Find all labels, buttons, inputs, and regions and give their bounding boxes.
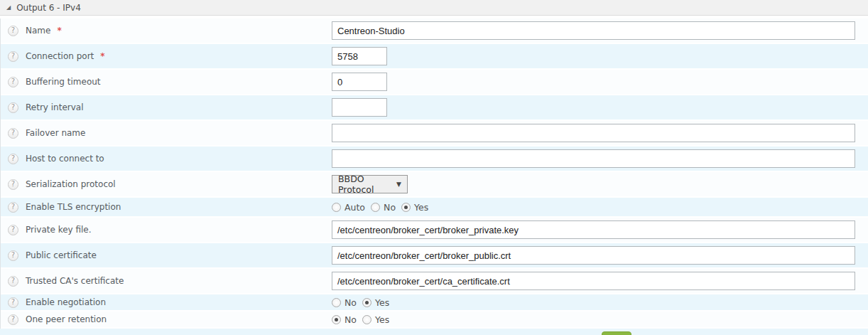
label-col: ? Failover name [1, 128, 332, 139]
radio-option-yes[interactable]: Yes [401, 202, 428, 213]
tls-radio-group: Auto No Yes [332, 202, 434, 213]
field-label: Name [26, 26, 50, 36]
help-icon[interactable]: ? [8, 276, 18, 287]
field-label: Failover name [26, 128, 85, 138]
label-col: ? Enable TLS encryption [1, 202, 332, 213]
field-label: Public certificate [26, 250, 97, 260]
negotiation-radio-group: No Yes [332, 297, 395, 308]
row-name: ? Name * [1, 18, 868, 44]
help-icon[interactable]: ? [8, 250, 18, 261]
radio-option-yes[interactable]: Yes [362, 297, 389, 308]
label-col: ? Serialization protocol [1, 179, 332, 190]
label-col: ? Enable negotiation [1, 297, 332, 308]
radio-label: No [345, 297, 357, 308]
help-icon[interactable]: ? [8, 128, 18, 139]
required-asterisk: * [100, 51, 104, 61]
help-icon[interactable]: ? [8, 154, 18, 164]
field-label: Private key file. [26, 225, 92, 235]
row-retry-interval: ? Retry interval [1, 95, 868, 121]
radio-label: Yes [375, 297, 389, 308]
radio-icon[interactable] [371, 203, 380, 212]
field-label: Host to connect to [26, 154, 104, 164]
radio-icon[interactable] [332, 315, 341, 324]
row-host-to-connect: ? Host to connect to [1, 147, 868, 172]
radio-label: Yes [414, 202, 428, 213]
help-icon[interactable]: ? [8, 225, 18, 235]
field-label: Serialization protocol [26, 179, 116, 189]
form-rows: ? Name * ? Connection port * ? Buffering… [0, 18, 868, 329]
help-icon[interactable]: ? [8, 77, 18, 87]
radio-label: No [345, 314, 357, 325]
save-button[interactable] [602, 331, 631, 335]
radio-option-auto[interactable]: Auto [332, 202, 365, 213]
label-col: ? Connection port * [1, 51, 332, 62]
label-col: ? One peer retention [1, 314, 332, 325]
help-icon[interactable]: ? [8, 102, 18, 113]
label-col: ? Private key file. [1, 225, 332, 235]
help-icon[interactable]: ? [8, 51, 18, 62]
radio-label: Auto [345, 202, 365, 213]
select-value: BBDO Protocol [338, 174, 396, 195]
field-label: Enable negotiation [26, 297, 106, 307]
label-col: ? Retry interval [1, 102, 332, 113]
radio-label: No [384, 202, 396, 213]
row-trusted-ca: ? Trusted CA's certificate [1, 269, 868, 294]
field-label: Connection port [26, 51, 94, 61]
retry-interval-input[interactable] [332, 98, 387, 117]
one-peer-retention-radio-group: No Yes [332, 314, 395, 325]
row-serialization-protocol: ? Serialization protocol BBDO Protocol ▼ [1, 172, 868, 198]
help-icon[interactable]: ? [8, 314, 18, 325]
label-col: ? Name * [1, 26, 332, 36]
field-label: Trusted CA's certificate [26, 276, 124, 286]
field-label: Retry interval [26, 102, 84, 112]
label-col: ? Public certificate [1, 250, 332, 261]
name-input[interactable] [332, 21, 855, 40]
serialization-protocol-select[interactable]: BBDO Protocol ▼ [332, 175, 408, 193]
row-one-peer-retention: ? One peer retention No Yes [1, 312, 868, 329]
failover-name-input[interactable] [332, 124, 855, 142]
collapse-triangle-icon[interactable]: ◢ [6, 5, 11, 11]
connection-port-input[interactable] [332, 47, 387, 65]
row-buffering-timeout: ? Buffering timeout [1, 70, 868, 95]
help-icon[interactable]: ? [8, 26, 18, 36]
radio-icon[interactable] [332, 298, 341, 307]
radio-option-no[interactable]: No [371, 202, 396, 213]
radio-option-no[interactable]: No [332, 297, 357, 308]
help-icon[interactable]: ? [8, 179, 18, 190]
radio-icon[interactable] [401, 203, 411, 212]
field-label: One peer retention [26, 314, 107, 324]
radio-label: Yes [375, 314, 389, 325]
form-footer [0, 329, 868, 335]
field-label: Buffering timeout [26, 77, 101, 87]
label-col: ? Buffering timeout [1, 77, 332, 87]
radio-option-no[interactable]: No [332, 314, 357, 325]
radio-icon[interactable] [362, 315, 371, 324]
ca-cert-input[interactable] [332, 272, 855, 290]
label-col: ? Trusted CA's certificate [1, 276, 332, 287]
row-enable-tls: ? Enable TLS encryption Auto No Yes [1, 198, 868, 218]
section-title: Output 6 - IPv4 [16, 3, 81, 13]
row-enable-negotiation: ? Enable negotiation No Yes [1, 294, 868, 312]
radio-icon[interactable] [332, 203, 341, 212]
help-icon[interactable]: ? [8, 202, 18, 213]
help-icon[interactable]: ? [8, 297, 18, 308]
row-public-certificate: ? Public certificate [1, 243, 868, 269]
radio-option-yes[interactable]: Yes [362, 314, 389, 325]
row-failover-name: ? Failover name [1, 121, 868, 147]
label-col: ? Host to connect to [1, 154, 332, 164]
private-key-input[interactable] [332, 220, 855, 239]
host-input[interactable] [332, 149, 855, 168]
row-connection-port: ? Connection port * [1, 44, 868, 70]
buffering-timeout-input[interactable] [332, 73, 387, 91]
radio-icon[interactable] [362, 298, 371, 307]
field-label: Enable TLS encryption [26, 202, 121, 212]
required-asterisk: * [57, 26, 61, 36]
public-cert-input[interactable] [332, 246, 855, 265]
chevron-down-icon: ▼ [396, 181, 401, 188]
section-header[interactable]: ◢ Output 6 - IPv4 [0, 0, 868, 16]
row-private-key: ? Private key file. [1, 218, 868, 243]
